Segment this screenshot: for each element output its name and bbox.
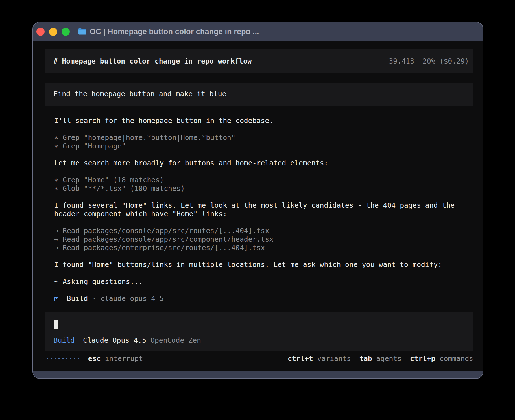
spinner-dot (78, 358, 79, 360)
assistant-text-line: I found several "Home" links. Let me loo… (54, 201, 473, 210)
input-mode-label[interactable]: Build (54, 336, 75, 344)
window-bottom-bar (33, 371, 483, 378)
hint-key-tab[interactable]: tab (359, 355, 372, 363)
agent-name: Build (67, 294, 88, 303)
assistant-text-line: ~ Asking questions... (54, 277, 473, 286)
assistant-text-line: header component which have "Home" links… (54, 210, 473, 218)
blank-line (54, 218, 473, 227)
tool-call-line: ∗ Grep "Home" (18 matches) (54, 176, 473, 184)
spinner-dot (66, 358, 68, 360)
blank-line (54, 125, 473, 134)
tool-call-line: ∗ Grep "homepage|home.*button|Home.*butt… (54, 134, 473, 142)
interrupt-label: interrupt (101, 355, 143, 363)
tool-call-line: → Read packages/console/app/src/routes/[… (54, 227, 473, 235)
esc-key-label[interactable]: esc (88, 355, 101, 363)
text-cursor (54, 320, 58, 329)
prompt-editor[interactable]: Build Claude Opus 4.5 OpenCode Zen (43, 312, 473, 351)
prompt-input-line[interactable] (54, 319, 465, 328)
model-gap (146, 336, 150, 344)
spinner-dot (58, 358, 60, 360)
blank-line (54, 193, 473, 201)
blank-line (54, 252, 473, 261)
zoom-button[interactable] (62, 28, 70, 36)
spinner-dot (70, 358, 72, 360)
interrupt-hint: esc interrupt (88, 355, 143, 363)
assistant-text-line: I'll search for the homepage button in t… (54, 117, 473, 125)
spinner-dot (51, 358, 52, 360)
user-message-text: Find the homepage button and make it blu… (54, 90, 226, 98)
user-message: Find the homepage button and make it blu… (43, 83, 473, 106)
spinner-dot (74, 358, 76, 360)
agent-model: claude-opus-4-5 (101, 294, 164, 303)
status-footer: esc interrupt ctrl+t variants tab agents… (43, 355, 473, 363)
hint-label: variants (313, 355, 359, 363)
tool-call-line: → Read packages/enterprise/src/routes/[.… (54, 244, 473, 252)
assistant-transcript: I'll search for the homepage button in t… (54, 117, 473, 303)
terminal-window: OC | Homepage button color change in rep… (32, 22, 483, 379)
tool-call-line: ∗ Grep "Homepage" (54, 142, 473, 150)
session-stats: 39,413 20% ($0.29) (389, 57, 469, 65)
folder-icon (78, 28, 87, 35)
blank-line (54, 167, 473, 176)
session-title: # Homepage button color change in repo w… (54, 57, 252, 65)
mode-gap (75, 336, 83, 344)
prompt-status-line: Build Claude Opus 4.5 OpenCode Zen (54, 336, 465, 345)
blank-line (54, 269, 473, 277)
input-provider-label: OpenCode Zen (150, 336, 201, 344)
agent-separator: · (88, 294, 101, 303)
session-header: # Homepage button color change in repo w… (43, 49, 473, 73)
hint-label: commands (435, 355, 473, 363)
tool-call-line: ∗ Glob "**/*.tsx" (100 matches) (54, 184, 473, 193)
hint-key-ctrl-t[interactable]: ctrl+t (288, 355, 313, 363)
blank-line (54, 150, 473, 159)
window-title: OC | Homepage button color change in rep… (90, 27, 259, 36)
agent-build-icon (54, 297, 58, 301)
spinner-dot (47, 358, 48, 360)
session-content: # Homepage button color change in repo w… (33, 41, 483, 371)
keyboard-hints: ctrl+t variants tab agents ctrl+p comman… (288, 355, 473, 363)
minimize-button[interactable] (49, 28, 57, 36)
window-titlebar[interactable]: OC | Homepage button color change in rep… (33, 22, 483, 41)
traffic-lights (36, 28, 74, 36)
assistant-text-line: I found "Home" buttons/links in multiple… (54, 261, 473, 269)
prompt-blank-line (54, 328, 465, 336)
transcript-rows: I'll search for the homepage button in t… (54, 117, 473, 294)
spinner-dots (47, 358, 80, 360)
hint-key-ctrl-p[interactable]: ctrl+p (410, 355, 435, 363)
hint-label: agents (372, 355, 410, 363)
assistant-text-line: Let me search more broadly for buttons a… (54, 159, 473, 167)
spinner-dot (62, 358, 64, 360)
tool-call-line: → Read packages/console/app/src/componen… (54, 235, 473, 244)
spinner-dot (55, 358, 56, 360)
blank-line (54, 286, 473, 294)
close-button[interactable] (36, 28, 45, 36)
agent-status-row: Build · claude-opus-4-5 (54, 294, 473, 303)
input-model-label[interactable]: Claude Opus 4.5 (83, 336, 146, 344)
